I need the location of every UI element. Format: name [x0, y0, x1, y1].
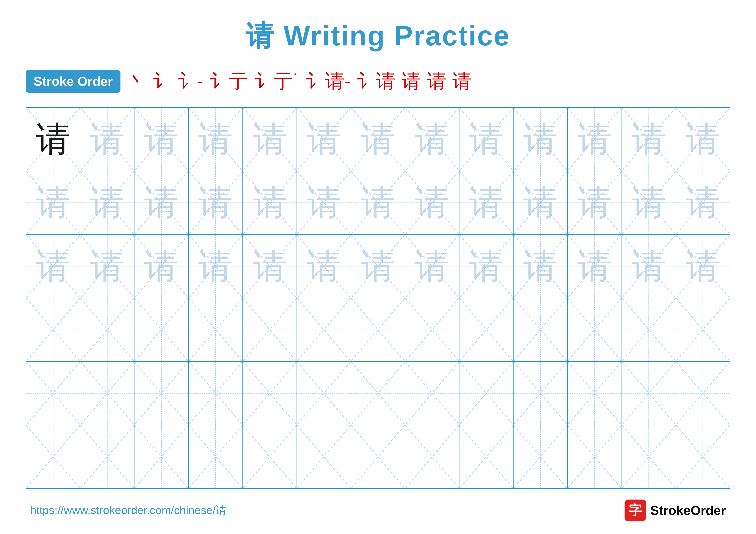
grid-cell-2-4[interactable]: 请 — [243, 235, 297, 298]
grid-cell-4-4[interactable] — [243, 362, 297, 425]
grid-cell-2-8[interactable]: 请 — [459, 235, 514, 298]
svg-line-149 — [514, 425, 567, 488]
grid-cell-3-12[interactable] — [676, 298, 730, 361]
grid-cell-4-12[interactable] — [676, 362, 730, 425]
grid-cell-3-1[interactable] — [80, 298, 134, 361]
svg-line-89 — [297, 298, 351, 361]
grid-cell-5-11[interactable] — [622, 425, 676, 488]
grid-cell-5-10[interactable] — [568, 425, 622, 488]
grid-cell-0-10[interactable]: 请 — [568, 108, 622, 171]
grid-cell-3-0[interactable] — [26, 298, 80, 361]
grid-cell-2-3[interactable]: 请 — [189, 235, 243, 298]
grid-cell-1-7[interactable]: 请 — [405, 171, 459, 234]
stroke-seq-char-3: 讠亍 — [209, 68, 248, 94]
grid-cell-3-8[interactable] — [459, 298, 514, 361]
grid-cell-0-11[interactable]: 请 — [622, 108, 676, 171]
cell-char-2-0: 请 — [36, 249, 70, 284]
grid-cell-3-4[interactable] — [243, 298, 297, 361]
grid-cell-3-10[interactable] — [568, 298, 622, 361]
grid-cell-0-12[interactable]: 请 — [676, 108, 730, 171]
grid-cell-0-2[interactable]: 请 — [134, 108, 189, 171]
grid-cell-2-7[interactable]: 请 — [405, 235, 459, 298]
grid-cell-0-5[interactable]: 请 — [297, 108, 351, 171]
grid-cell-1-5[interactable]: 请 — [297, 171, 351, 234]
grid-cell-4-2[interactable] — [134, 362, 189, 425]
grid-cell-4-0[interactable] — [26, 362, 80, 425]
grid-cell-2-10[interactable]: 请 — [568, 235, 622, 298]
grid-cell-3-9[interactable] — [514, 298, 568, 361]
grid-cell-2-6[interactable]: 请 — [351, 235, 405, 298]
grid-cell-1-10[interactable]: 请 — [568, 171, 622, 234]
grid-cell-5-2[interactable] — [134, 425, 189, 488]
grid-cell-2-11[interactable]: 请 — [622, 235, 676, 298]
cell-char-0-5: 请 — [307, 122, 341, 156]
svg-line-86 — [243, 298, 297, 361]
grid-cell-1-3[interactable]: 请 — [189, 171, 243, 234]
grid-cell-2-0[interactable]: 请 — [26, 235, 80, 298]
grid-cell-5-0[interactable] — [26, 425, 80, 488]
cell-char-1-2: 请 — [144, 186, 179, 220]
svg-line-139 — [243, 425, 297, 488]
grid-cell-1-6[interactable]: 请 — [351, 171, 405, 234]
grid-cell-1-1[interactable]: 请 — [80, 171, 134, 234]
grid-cell-1-4[interactable]: 请 — [243, 171, 297, 234]
grid-cell-2-5[interactable]: 请 — [297, 235, 351, 298]
grid-cell-5-6[interactable] — [351, 425, 405, 488]
grid-cell-5-1[interactable] — [80, 425, 134, 488]
grid-cell-4-8[interactable] — [459, 362, 514, 425]
grid-cell-4-3[interactable] — [189, 362, 243, 425]
grid-cell-0-7[interactable]: 请 — [405, 108, 459, 171]
cell-char-1-8: 请 — [469, 186, 503, 220]
grid-cell-3-3[interactable] — [189, 298, 243, 361]
grid-cell-3-6[interactable] — [351, 298, 405, 361]
grid-cell-5-4[interactable] — [243, 425, 297, 488]
grid-cell-2-2[interactable]: 请 — [134, 235, 189, 298]
grid-cell-1-11[interactable]: 请 — [622, 171, 676, 234]
svg-line-80 — [80, 298, 134, 361]
grid-row-3 — [26, 298, 730, 362]
svg-line-130 — [26, 425, 80, 488]
grid-cell-4-6[interactable] — [351, 362, 405, 425]
grid-cell-1-12[interactable]: 请 — [676, 171, 730, 234]
cell-guide-lines — [351, 298, 405, 361]
grid-cell-4-11[interactable] — [622, 362, 676, 425]
stroke-seq-char-6: 讠请 — [357, 68, 395, 94]
grid-cell-0-9[interactable]: 请 — [514, 108, 568, 171]
grid-cell-1-2[interactable]: 请 — [134, 171, 189, 234]
grid-cell-5-3[interactable] — [189, 425, 243, 488]
footer-url[interactable]: https://www.strokeorder.com/chinese/请 — [30, 503, 227, 518]
grid-cell-5-8[interactable] — [459, 425, 514, 488]
stroke-seq-char-8: 请 — [427, 68, 446, 94]
svg-line-129 — [676, 362, 730, 425]
grid-cell-3-2[interactable] — [134, 298, 189, 361]
grid-cell-2-12[interactable]: 请 — [676, 235, 730, 298]
svg-line-92 — [405, 298, 459, 361]
grid-cell-5-12[interactable] — [676, 425, 730, 488]
grid-cell-2-1[interactable]: 请 — [80, 235, 134, 298]
grid-cell-0-4[interactable]: 请 — [243, 108, 297, 171]
cell-char-2-11: 请 — [632, 249, 666, 284]
grid-cell-3-7[interactable] — [405, 298, 459, 361]
grid-cell-2-9[interactable]: 请 — [514, 235, 568, 298]
grid-cell-0-3[interactable]: 请 — [189, 108, 243, 171]
grid-cell-4-9[interactable] — [514, 362, 568, 425]
grid-cell-1-9[interactable]: 请 — [514, 171, 568, 234]
svg-line-88 — [297, 298, 351, 361]
grid-cell-3-11[interactable] — [622, 298, 676, 361]
grid-cell-5-7[interactable] — [405, 425, 459, 488]
grid-cell-5-9[interactable] — [514, 425, 568, 488]
grid-cell-4-1[interactable] — [80, 362, 134, 425]
cell-char-2-12: 请 — [686, 249, 720, 284]
grid-cell-4-5[interactable] — [297, 362, 351, 425]
grid-cell-3-5[interactable] — [297, 298, 351, 361]
page-title: 请 Writing Practice — [246, 17, 510, 55]
grid-cell-4-10[interactable] — [568, 362, 622, 425]
grid-cell-0-6[interactable]: 请 — [351, 108, 405, 171]
grid-cell-0-8[interactable]: 请 — [459, 108, 514, 171]
grid-cell-1-8[interactable]: 请 — [459, 171, 514, 234]
grid-cell-1-0[interactable]: 请 — [26, 171, 80, 234]
grid-cell-4-7[interactable] — [405, 362, 459, 425]
grid-cell-0-1[interactable]: 请 — [80, 108, 134, 171]
grid-cell-0-0[interactable]: 请 — [26, 108, 80, 171]
grid-cell-5-5[interactable] — [297, 425, 351, 488]
